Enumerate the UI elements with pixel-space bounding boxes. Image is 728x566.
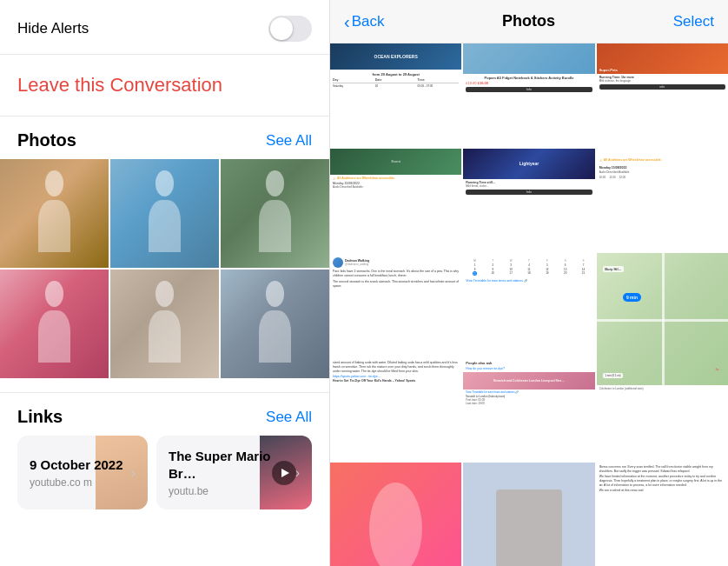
leave-conversation-section: Leave this Conversation <box>0 55 329 117</box>
scroll-photo-15[interactable]: Illness concerns me. Every scan terrifie… <box>597 463 728 566</box>
select-button[interactable]: Select <box>673 13 714 30</box>
photo-item-2[interactable] <box>110 159 219 268</box>
photos-section-header: Photos See All <box>0 117 329 159</box>
back-label: Back <box>352 13 385 30</box>
photo-item-5[interactable] <box>110 270 219 378</box>
photo-item-4[interactable] <box>0 270 109 378</box>
right-header: ‹ Back Photos Select <box>330 0 728 43</box>
back-chevron-icon: ‹ <box>344 13 350 30</box>
left-panel: Hide Alerts Leave this Conversation Phot… <box>0 0 330 566</box>
hide-alerts-label: Hide Alerts <box>17 20 89 37</box>
header-title: Photos <box>502 12 555 30</box>
scroll-photo-13[interactable] <box>330 463 461 566</box>
link-card-1-chevron: › <box>131 465 136 481</box>
back-button[interactable]: ‹ Back <box>344 13 384 30</box>
right-panel: ‹ Back Photos Select OCEAN EXPLORERS fro… <box>330 0 728 566</box>
link-card-1-title: 9 October 2022 <box>30 456 128 474</box>
scroll-photo-14[interactable] <box>463 463 594 566</box>
photo-item-3[interactable] <box>221 159 329 268</box>
links-grid: 9 October 2022 youtube.co m › The Super … <box>0 436 329 522</box>
link-card-2[interactable]: The Super Mario Br… youtu.be › <box>156 436 312 509</box>
hide-alerts-toggle[interactable] <box>268 16 312 42</box>
scroll-photo-9[interactable]: Bury Hil… Ja… 9 min 1 min (0.1 mi) <box>597 253 728 384</box>
link-card-1[interactable]: 9 October 2022 youtube.co m › <box>17 436 148 509</box>
link-card-1-url: youtube.co m <box>30 476 128 489</box>
photos-scroll-area: OCEAN EXPLORERS from 20 August to 29 Aug… <box>330 43 728 566</box>
link-card-1-content: 9 October 2022 youtube.co m <box>30 456 128 489</box>
hide-alerts-row: Hide Alerts <box>0 0 329 55</box>
photo-item-1[interactable] <box>0 159 109 268</box>
link-card-2-url: youtu.be <box>169 485 292 497</box>
links-section: Links See All 9 October 2022 youtube.co … <box>0 392 329 522</box>
play-icon <box>272 461 296 485</box>
links-section-header: Links See All <box>0 393 329 436</box>
links-see-all[interactable]: See All <box>266 409 312 426</box>
photos-see-all[interactable]: See All <box>266 132 312 150</box>
leave-conversation-text[interactable]: Leave this Conversation <box>17 74 222 96</box>
photos-title: Photos <box>17 130 76 150</box>
photo-item-6[interactable] <box>221 270 329 378</box>
photos-grid <box>0 159 329 387</box>
links-title: Links <box>17 407 63 427</box>
